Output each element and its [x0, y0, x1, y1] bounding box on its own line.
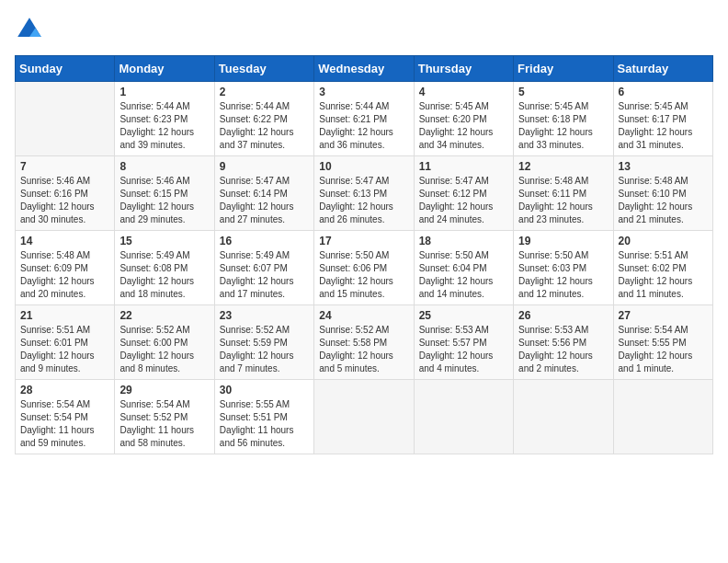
day-header-monday: Monday — [115, 56, 214, 82]
calendar-week-4: 21Sunrise: 5:51 AM Sunset: 6:01 PM Dayli… — [16, 305, 713, 380]
logo-icon — [15, 15, 44, 44]
day-number: 29 — [119, 384, 209, 396]
calendar-week-1: 1Sunrise: 5:44 AM Sunset: 6:23 PM Daylig… — [16, 82, 713, 156]
day-info: Sunrise: 5:52 AM Sunset: 5:58 PM Dayligh… — [319, 324, 408, 375]
day-info: Sunrise: 5:52 AM Sunset: 5:59 PM Dayligh… — [220, 324, 309, 375]
day-info: Sunrise: 5:48 AM Sunset: 6:10 PM Dayligh… — [619, 175, 708, 226]
day-info: Sunrise: 5:45 AM Sunset: 6:18 PM Dayligh… — [518, 100, 608, 152]
calendar-cell: 21Sunrise: 5:51 AM Sunset: 6:01 PM Dayli… — [16, 305, 115, 380]
calendar-cell: 1Sunrise: 5:44 AM Sunset: 6:23 PM Daylig… — [115, 82, 214, 156]
day-number: 21 — [20, 309, 109, 322]
day-info: Sunrise: 5:54 AM Sunset: 5:55 PM Dayligh… — [619, 324, 708, 375]
day-number: 11 — [419, 160, 508, 173]
calendar-cell: 12Sunrise: 5:48 AM Sunset: 6:11 PM Dayli… — [514, 156, 613, 231]
day-info: Sunrise: 5:52 AM Sunset: 6:00 PM Dayligh… — [119, 324, 209, 375]
day-info: Sunrise: 5:44 AM Sunset: 6:21 PM Dayligh… — [319, 100, 408, 152]
day-header-sunday: Sunday — [16, 56, 115, 82]
day-number: 2 — [220, 86, 309, 98]
calendar-cell: 9Sunrise: 5:47 AM Sunset: 6:14 PM Daylig… — [214, 156, 313, 231]
day-number: 20 — [619, 235, 708, 247]
calendar-cell: 17Sunrise: 5:50 AM Sunset: 6:06 PM Dayli… — [314, 231, 414, 305]
day-number: 15 — [119, 235, 209, 247]
day-number: 30 — [220, 384, 309, 396]
calendar-cell: 8Sunrise: 5:46 AM Sunset: 6:15 PM Daylig… — [115, 156, 214, 231]
calendar-cell: 22Sunrise: 5:52 AM Sunset: 6:00 PM Dayli… — [115, 305, 214, 380]
day-number: 13 — [619, 160, 708, 173]
calendar-cell: 19Sunrise: 5:50 AM Sunset: 6:03 PM Dayli… — [514, 231, 613, 305]
calendar-cell: 6Sunrise: 5:45 AM Sunset: 6:17 PM Daylig… — [613, 82, 712, 156]
day-number: 6 — [619, 86, 708, 98]
day-info: Sunrise: 5:44 AM Sunset: 6:23 PM Dayligh… — [119, 100, 209, 152]
day-number: 5 — [518, 86, 608, 98]
calendar-cell — [414, 380, 513, 454]
day-info: Sunrise: 5:50 AM Sunset: 6:03 PM Dayligh… — [518, 249, 608, 301]
calendar-table: SundayMondayTuesdayWednesdayThursdayFrid… — [15, 55, 713, 454]
day-info: Sunrise: 5:46 AM Sunset: 6:16 PM Dayligh… — [20, 175, 109, 226]
day-info: Sunrise: 5:53 AM Sunset: 5:56 PM Dayligh… — [518, 324, 608, 375]
day-info: Sunrise: 5:47 AM Sunset: 6:12 PM Dayligh… — [419, 175, 508, 226]
calendar-week-5: 28Sunrise: 5:54 AM Sunset: 5:54 PM Dayli… — [16, 380, 713, 454]
calendar-week-2: 7Sunrise: 5:46 AM Sunset: 6:16 PM Daylig… — [16, 156, 713, 231]
logo — [15, 15, 48, 44]
day-number: 26 — [518, 309, 608, 322]
calendar-cell: 30Sunrise: 5:55 AM Sunset: 5:51 PM Dayli… — [214, 380, 313, 454]
day-header-wednesday: Wednesday — [314, 56, 414, 82]
day-header-tuesday: Tuesday — [214, 56, 313, 82]
calendar-cell: 23Sunrise: 5:52 AM Sunset: 5:59 PM Dayli… — [214, 305, 313, 380]
day-number: 3 — [319, 86, 408, 98]
day-number: 28 — [20, 384, 109, 396]
calendar-cell: 13Sunrise: 5:48 AM Sunset: 6:10 PM Dayli… — [613, 156, 712, 231]
calendar-header-row: SundayMondayTuesdayWednesdayThursdayFrid… — [16, 56, 713, 82]
calendar-cell: 15Sunrise: 5:49 AM Sunset: 6:08 PM Dayli… — [115, 231, 214, 305]
calendar-cell: 3Sunrise: 5:44 AM Sunset: 6:21 PM Daylig… — [314, 82, 414, 156]
page-header — [15, 15, 713, 44]
calendar-cell: 16Sunrise: 5:49 AM Sunset: 6:07 PM Dayli… — [214, 231, 313, 305]
calendar-cell: 27Sunrise: 5:54 AM Sunset: 5:55 PM Dayli… — [613, 305, 712, 380]
day-number: 18 — [419, 235, 508, 247]
day-info: Sunrise: 5:53 AM Sunset: 5:57 PM Dayligh… — [419, 324, 508, 375]
calendar-cell: 20Sunrise: 5:51 AM Sunset: 6:02 PM Dayli… — [613, 231, 712, 305]
day-info: Sunrise: 5:47 AM Sunset: 6:14 PM Dayligh… — [220, 175, 309, 226]
day-info: Sunrise: 5:46 AM Sunset: 6:15 PM Dayligh… — [119, 175, 209, 226]
day-number: 7 — [20, 160, 109, 173]
calendar-cell — [16, 82, 115, 156]
calendar-cell — [514, 380, 613, 454]
day-info: Sunrise: 5:45 AM Sunset: 6:17 PM Dayligh… — [619, 100, 708, 152]
day-number: 23 — [220, 309, 309, 322]
calendar-cell: 29Sunrise: 5:54 AM Sunset: 5:52 PM Dayli… — [115, 380, 214, 454]
calendar-cell: 7Sunrise: 5:46 AM Sunset: 6:16 PM Daylig… — [16, 156, 115, 231]
day-number: 24 — [319, 309, 408, 322]
day-header-saturday: Saturday — [613, 56, 712, 82]
day-number: 14 — [20, 235, 109, 247]
day-header-thursday: Thursday — [414, 56, 513, 82]
day-info: Sunrise: 5:50 AM Sunset: 6:04 PM Dayligh… — [419, 249, 508, 301]
calendar-cell: 10Sunrise: 5:47 AM Sunset: 6:13 PM Dayli… — [314, 156, 414, 231]
calendar-cell: 26Sunrise: 5:53 AM Sunset: 5:56 PM Dayli… — [514, 305, 613, 380]
day-number: 17 — [319, 235, 408, 247]
day-number: 8 — [119, 160, 209, 173]
day-number: 9 — [220, 160, 309, 173]
day-info: Sunrise: 5:45 AM Sunset: 6:20 PM Dayligh… — [419, 100, 508, 152]
calendar-week-3: 14Sunrise: 5:48 AM Sunset: 6:09 PM Dayli… — [16, 231, 713, 305]
day-number: 4 — [419, 86, 508, 98]
day-header-friday: Friday — [514, 56, 613, 82]
day-info: Sunrise: 5:54 AM Sunset: 5:52 PM Dayligh… — [119, 398, 209, 450]
day-info: Sunrise: 5:48 AM Sunset: 6:09 PM Dayligh… — [20, 249, 109, 301]
day-info: Sunrise: 5:54 AM Sunset: 5:54 PM Dayligh… — [20, 398, 109, 450]
day-number: 19 — [518, 235, 608, 247]
day-number: 16 — [220, 235, 309, 247]
calendar-cell: 5Sunrise: 5:45 AM Sunset: 6:18 PM Daylig… — [514, 82, 613, 156]
calendar-cell: 14Sunrise: 5:48 AM Sunset: 6:09 PM Dayli… — [16, 231, 115, 305]
calendar-cell — [314, 380, 414, 454]
day-info: Sunrise: 5:55 AM Sunset: 5:51 PM Dayligh… — [220, 398, 309, 450]
day-number: 22 — [119, 309, 209, 322]
calendar-cell: 28Sunrise: 5:54 AM Sunset: 5:54 PM Dayli… — [16, 380, 115, 454]
day-info: Sunrise: 5:50 AM Sunset: 6:06 PM Dayligh… — [319, 249, 408, 301]
day-info: Sunrise: 5:47 AM Sunset: 6:13 PM Dayligh… — [319, 175, 408, 226]
day-number: 12 — [518, 160, 608, 173]
day-number: 10 — [319, 160, 408, 173]
calendar-cell: 18Sunrise: 5:50 AM Sunset: 6:04 PM Dayli… — [414, 231, 513, 305]
day-number: 27 — [619, 309, 708, 322]
day-info: Sunrise: 5:51 AM Sunset: 6:01 PM Dayligh… — [20, 324, 109, 375]
day-info: Sunrise: 5:49 AM Sunset: 6:07 PM Dayligh… — [220, 249, 309, 301]
